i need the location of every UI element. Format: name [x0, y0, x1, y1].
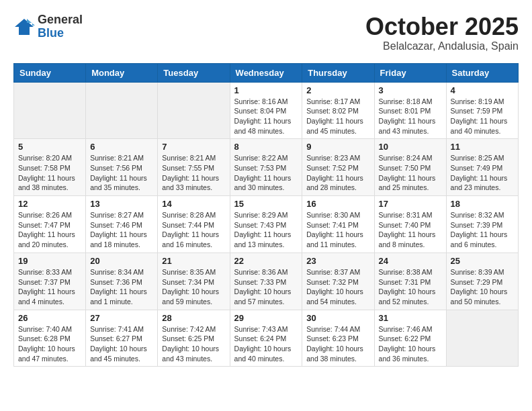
day-number: 5: [18, 142, 81, 152]
header-wednesday: Wednesday: [230, 63, 302, 82]
day-info: Sunrise: 8:36 AMSunset: 7:33 PMDaylight:…: [234, 267, 298, 307]
day-number: 3: [379, 85, 442, 95]
day-cell: 15Sunrise: 8:29 AMSunset: 7:43 PMDayligh…: [230, 196, 302, 253]
header-thursday: Thursday: [302, 63, 374, 82]
day-cell: 26Sunrise: 7:40 AMSunset: 6:28 PMDayligh…: [14, 310, 86, 367]
day-cell: 6Sunrise: 8:21 AMSunset: 7:56 PMDaylight…: [86, 139, 158, 196]
day-cell: 11Sunrise: 8:25 AMSunset: 7:49 PMDayligh…: [446, 139, 518, 196]
day-info: Sunrise: 8:20 AMSunset: 7:58 PMDaylight:…: [18, 153, 81, 193]
day-cell: 18Sunrise: 8:32 AMSunset: 7:39 PMDayligh…: [446, 196, 518, 253]
day-info: Sunrise: 8:18 AMSunset: 8:01 PMDaylight:…: [379, 97, 442, 136]
week-row-1: 1Sunrise: 8:16 AMSunset: 8:04 PMDaylight…: [14, 82, 519, 139]
day-number: 30: [306, 313, 369, 323]
day-number: 28: [162, 313, 225, 323]
day-cell: 31Sunrise: 7:46 AMSunset: 6:22 PMDayligh…: [374, 310, 446, 367]
week-row-2: 5Sunrise: 8:20 AMSunset: 7:58 PMDaylight…: [14, 139, 519, 196]
day-info: Sunrise: 8:28 AMSunset: 7:44 PMDaylight:…: [162, 210, 225, 250]
day-cell: 5Sunrise: 8:20 AMSunset: 7:58 PMDaylight…: [14, 139, 86, 196]
day-info: Sunrise: 8:37 AMSunset: 7:32 PMDaylight:…: [306, 267, 369, 307]
day-info: Sunrise: 8:34 AMSunset: 7:36 PMDaylight:…: [90, 267, 153, 307]
day-info: Sunrise: 8:29 AMSunset: 7:43 PMDaylight:…: [234, 210, 298, 250]
day-cell: 10Sunrise: 8:24 AMSunset: 7:50 PMDayligh…: [374, 139, 446, 196]
day-info: Sunrise: 8:19 AMSunset: 7:59 PMDaylight:…: [451, 97, 514, 136]
day-number: 18: [451, 199, 514, 209]
day-info: Sunrise: 8:35 AMSunset: 7:34 PMDaylight:…: [162, 267, 225, 307]
day-number: 17: [379, 199, 442, 209]
day-cell: [86, 82, 158, 139]
day-number: 26: [18, 313, 81, 323]
day-cell: 21Sunrise: 8:35 AMSunset: 7:34 PMDayligh…: [158, 253, 230, 310]
day-cell: 19Sunrise: 8:33 AMSunset: 7:37 PMDayligh…: [14, 253, 86, 310]
day-info: Sunrise: 8:30 AMSunset: 7:41 PMDaylight:…: [306, 210, 369, 250]
location-subtitle: Belalcazar, Andalusia, Spain: [365, 40, 519, 52]
day-number: 19: [18, 256, 81, 266]
day-info: Sunrise: 8:27 AMSunset: 7:46 PMDaylight:…: [90, 210, 153, 250]
day-number: 24: [379, 256, 442, 266]
day-cell: 24Sunrise: 8:38 AMSunset: 7:31 PMDayligh…: [374, 253, 446, 310]
day-number: 22: [234, 256, 298, 266]
logo-general-text: General: [38, 13, 83, 27]
day-info: Sunrise: 8:39 AMSunset: 7:29 PMDaylight:…: [451, 267, 514, 307]
day-number: 13: [90, 199, 153, 209]
day-info: Sunrise: 7:43 AMSunset: 6:24 PMDaylight:…: [234, 324, 298, 364]
day-info: Sunrise: 8:21 AMSunset: 7:55 PMDaylight:…: [162, 153, 225, 193]
day-cell: 2Sunrise: 8:17 AMSunset: 8:02 PMDaylight…: [302, 82, 374, 139]
day-info: Sunrise: 8:23 AMSunset: 7:52 PMDaylight:…: [306, 153, 369, 193]
svg-marker-0: [15, 19, 34, 35]
day-cell: 22Sunrise: 8:36 AMSunset: 7:33 PMDayligh…: [230, 253, 302, 310]
day-info: Sunrise: 8:32 AMSunset: 7:39 PMDaylight:…: [451, 210, 514, 250]
header-sunday: Sunday: [14, 63, 86, 82]
day-number: 15: [234, 199, 298, 209]
week-row-4: 19Sunrise: 8:33 AMSunset: 7:37 PMDayligh…: [14, 253, 519, 310]
day-cell: [158, 82, 230, 139]
header-tuesday: Tuesday: [158, 63, 230, 82]
day-info: Sunrise: 7:40 AMSunset: 6:28 PMDaylight:…: [18, 324, 81, 364]
day-info: Sunrise: 7:46 AMSunset: 6:22 PMDaylight:…: [379, 324, 442, 364]
header-saturday: Saturday: [446, 63, 518, 82]
day-cell: 20Sunrise: 8:34 AMSunset: 7:36 PMDayligh…: [86, 253, 158, 310]
header-friday: Friday: [374, 63, 446, 82]
day-cell: 1Sunrise: 8:16 AMSunset: 8:04 PMDaylight…: [230, 82, 302, 139]
header-monday: Monday: [86, 63, 158, 82]
day-info: Sunrise: 8:31 AMSunset: 7:40 PMDaylight:…: [379, 210, 442, 250]
day-info: Sunrise: 8:22 AMSunset: 7:53 PMDaylight:…: [234, 153, 298, 193]
day-info: Sunrise: 8:38 AMSunset: 7:31 PMDaylight:…: [379, 267, 442, 307]
day-number: 10: [379, 142, 442, 152]
calendar-header-row: SundayMondayTuesdayWednesdayThursdayFrid…: [14, 63, 519, 82]
day-info: Sunrise: 8:25 AMSunset: 7:49 PMDaylight:…: [451, 153, 514, 193]
day-info: Sunrise: 8:33 AMSunset: 7:37 PMDaylight:…: [18, 267, 81, 307]
day-cell: 29Sunrise: 7:43 AMSunset: 6:24 PMDayligh…: [230, 310, 302, 367]
day-number: 2: [306, 85, 369, 95]
week-row-5: 26Sunrise: 7:40 AMSunset: 6:28 PMDayligh…: [14, 310, 519, 367]
day-number: 29: [234, 313, 298, 323]
day-number: 31: [379, 313, 442, 323]
day-cell: 23Sunrise: 8:37 AMSunset: 7:32 PMDayligh…: [302, 253, 374, 310]
day-cell: 12Sunrise: 8:26 AMSunset: 7:47 PMDayligh…: [14, 196, 86, 253]
day-number: 14: [162, 199, 225, 209]
day-info: Sunrise: 8:26 AMSunset: 7:47 PMDaylight:…: [18, 210, 81, 250]
day-number: 4: [451, 85, 514, 95]
page-header: General Blue October 2025 Belalcazar, An…: [13, 13, 519, 52]
day-number: 11: [451, 142, 514, 152]
calendar-title-area: October 2025 Belalcazar, Andalusia, Spai…: [365, 13, 519, 52]
day-cell: 16Sunrise: 8:30 AMSunset: 7:41 PMDayligh…: [302, 196, 374, 253]
day-cell: 9Sunrise: 8:23 AMSunset: 7:52 PMDaylight…: [302, 139, 374, 196]
day-cell: 30Sunrise: 7:44 AMSunset: 6:23 PMDayligh…: [302, 310, 374, 367]
day-number: 21: [162, 256, 225, 266]
calendar-table: SundayMondayTuesdayWednesdayThursdayFrid…: [13, 63, 519, 367]
month-title: October 2025: [365, 13, 519, 40]
day-cell: 27Sunrise: 7:41 AMSunset: 6:27 PMDayligh…: [86, 310, 158, 367]
week-row-3: 12Sunrise: 8:26 AMSunset: 7:47 PMDayligh…: [14, 196, 519, 253]
day-number: 6: [90, 142, 153, 152]
logo-icon: [13, 17, 35, 36]
day-number: 12: [18, 199, 81, 209]
day-number: 25: [451, 256, 514, 266]
day-info: Sunrise: 8:21 AMSunset: 7:56 PMDaylight:…: [90, 153, 153, 193]
day-number: 8: [234, 142, 298, 152]
day-number: 23: [306, 256, 369, 266]
day-cell: 7Sunrise: 8:21 AMSunset: 7:55 PMDaylight…: [158, 139, 230, 196]
day-cell: 17Sunrise: 8:31 AMSunset: 7:40 PMDayligh…: [374, 196, 446, 253]
day-info: Sunrise: 8:24 AMSunset: 7:50 PMDaylight:…: [379, 153, 442, 193]
day-info: Sunrise: 7:41 AMSunset: 6:27 PMDaylight:…: [90, 324, 153, 364]
day-number: 27: [90, 313, 153, 323]
